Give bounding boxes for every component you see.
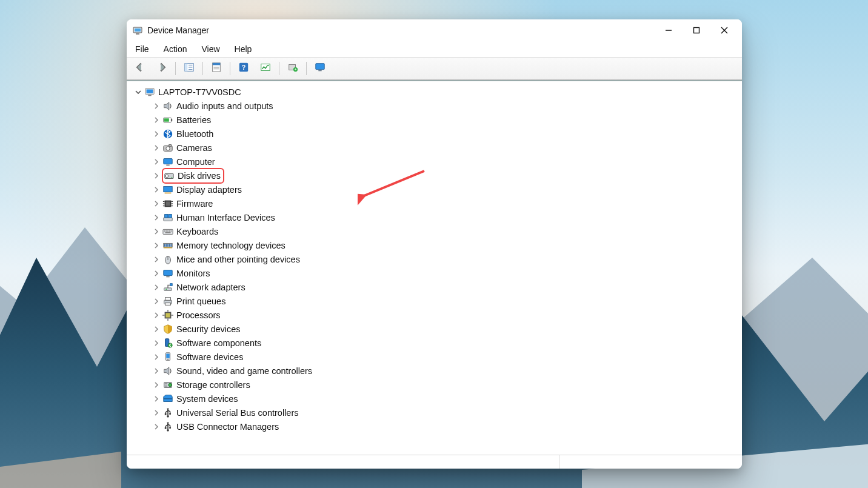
expand-toggle[interactable]	[152, 186, 161, 194]
device-manager-window: Device Manager File Action View Help ?+	[127, 19, 742, 469]
scan-hardware-button[interactable]	[256, 60, 275, 77]
tree-category-human-interface-devices[interactable]: Human Interface Devices	[130, 210, 742, 224]
back-button[interactable]	[130, 60, 150, 77]
tree-category-display-adapters[interactable]: Display adapters	[130, 182, 742, 196]
console-tree-icon	[184, 62, 195, 75]
expand-toggle[interactable]	[152, 102, 161, 110]
battery-icon	[162, 114, 174, 126]
svg-rect-42	[165, 201, 170, 206]
tree-category-batteries[interactable]: Batteries	[130, 113, 742, 127]
tree-category-label: Firmware	[176, 199, 213, 209]
expand-toggle[interactable]	[152, 130, 161, 138]
speaker-icon	[162, 365, 174, 377]
expand-toggle[interactable]	[152, 423, 161, 431]
tree-category-label: Storage controllers	[176, 380, 250, 390]
svg-rect-49	[164, 218, 172, 221]
expand-toggle[interactable]	[152, 116, 161, 124]
tree-category-sound-video-and-game-controllers[interactable]: Sound, video and game controllers	[130, 364, 742, 378]
expand-toggle[interactable]	[152, 283, 161, 292]
tree-category-firmware[interactable]: Firmware	[130, 196, 742, 210]
close-button[interactable]	[710, 21, 738, 40]
tree-category-monitors[interactable]: Monitors	[130, 266, 742, 280]
expand-toggle[interactable]	[152, 297, 161, 306]
svg-rect-74	[165, 297, 171, 300]
menu-file[interactable]: File	[133, 43, 152, 55]
tree-root-label: LAPTOP-T7VV0SDC	[158, 87, 241, 97]
expand-toggle[interactable]	[152, 325, 161, 333]
collapse-toggle[interactable]	[134, 88, 142, 96]
tree-category-system-devices[interactable]: System devices	[130, 392, 742, 406]
svg-point-97	[169, 427, 171, 429]
tree-root-node[interactable]: LAPTOP-T7VV0SDC	[130, 85, 742, 99]
tree-category-disk-drives[interactable]: Disk drives	[130, 169, 742, 182]
expand-toggle[interactable]	[152, 367, 161, 375]
expand-toggle[interactable]	[152, 227, 161, 236]
camera-icon	[162, 142, 174, 154]
svg-rect-4	[694, 28, 699, 33]
tree-category-cameras[interactable]: Cameras	[130, 141, 742, 155]
tree-category-keyboards[interactable]: Keyboards	[130, 224, 742, 238]
help-button[interactable]: ?	[234, 60, 253, 77]
expand-toggle[interactable]	[152, 241, 161, 250]
svg-rect-52	[163, 229, 173, 234]
tree-category-label: Human Interface Devices	[176, 213, 275, 222]
titlebar[interactable]: Device Manager	[127, 19, 742, 41]
expand-toggle[interactable]	[152, 158, 161, 166]
arrow-right-icon	[156, 62, 167, 75]
tree-category-label: USB Connector Managers	[176, 422, 279, 432]
hdd-icon	[163, 170, 175, 182]
tree-category-storage-controllers[interactable]: Storage controllers	[130, 378, 742, 392]
expand-toggle[interactable]	[152, 213, 161, 222]
svg-rect-85	[166, 353, 169, 358]
expand-toggle[interactable]	[152, 395, 161, 403]
expand-toggle[interactable]	[152, 339, 161, 347]
menu-help[interactable]: Help	[232, 43, 255, 55]
expand-toggle[interactable]	[152, 409, 161, 417]
expand-toggle[interactable]	[152, 269, 161, 278]
show-hide-tree-button[interactable]	[179, 60, 199, 77]
tree-category-label: Memory technology devices	[176, 241, 285, 250]
forward-button[interactable]	[152, 60, 172, 77]
expand-toggle[interactable]	[152, 311, 161, 319]
svg-rect-28	[171, 119, 172, 121]
toolbar-separator	[279, 62, 279, 75]
tree-category-usb-connector-managers[interactable]: USB Connector Managers	[130, 419, 742, 433]
tree-pane[interactable]: LAPTOP-T7VV0SDC Audio inputs and outputs…	[127, 80, 742, 455]
svg-rect-33	[169, 144, 172, 146]
tree-category-label: Software devices	[176, 352, 243, 362]
expand-toggle[interactable]	[152, 172, 161, 180]
expand-toggle[interactable]	[152, 255, 161, 264]
tree-category-universal-serial-bus-controllers[interactable]: Universal Serial Bus controllers	[130, 406, 742, 419]
tree-category-bluetooth[interactable]: Bluetooth	[130, 127, 742, 141]
tree-category-software-components[interactable]: Software components	[130, 336, 742, 350]
svg-rect-50	[165, 214, 168, 217]
tree-category-software-devices[interactable]: Software devices	[130, 350, 742, 364]
devices-printers-button[interactable]	[310, 60, 330, 77]
maximize-button[interactable]	[683, 21, 710, 40]
expand-toggle[interactable]	[152, 353, 161, 361]
properties-button[interactable]	[207, 60, 226, 77]
menu-action[interactable]: Action	[161, 43, 190, 55]
tree-category-audio-inputs-and-outputs[interactable]: Audio inputs and outputs	[130, 99, 742, 113]
tree-category-security-devices[interactable]: Security devices	[130, 322, 742, 336]
system-icon	[162, 393, 174, 405]
tree-category-memory-technology-devices[interactable]: Memory technology devices	[130, 238, 742, 252]
tree-category-network-adapters[interactable]: Network adapters	[130, 280, 742, 294]
svg-rect-2	[136, 33, 139, 35]
tree-category-computer[interactable]: Computer	[130, 155, 742, 169]
svg-rect-51	[169, 214, 172, 217]
tree-category-mice-and-other-pointing-devices[interactable]: Mice and other pointing devices	[130, 252, 742, 266]
add-legacy-hardware-button[interactable]: +	[283, 60, 302, 77]
tree-category-print-queues[interactable]: Print queues	[130, 294, 742, 308]
expand-toggle[interactable]	[152, 144, 161, 152]
expand-toggle[interactable]	[152, 199, 161, 208]
tree-category-processors[interactable]: Processors	[130, 308, 742, 322]
tree-category-label: Computer	[176, 157, 215, 167]
toolbar-separator	[230, 62, 230, 75]
expand-toggle[interactable]	[152, 381, 161, 389]
minimize-button[interactable]	[655, 21, 683, 40]
software-dev-icon	[162, 351, 174, 363]
svg-rect-53	[164, 230, 165, 232]
svg-point-83	[168, 343, 172, 347]
menu-view[interactable]: View	[199, 43, 222, 55]
